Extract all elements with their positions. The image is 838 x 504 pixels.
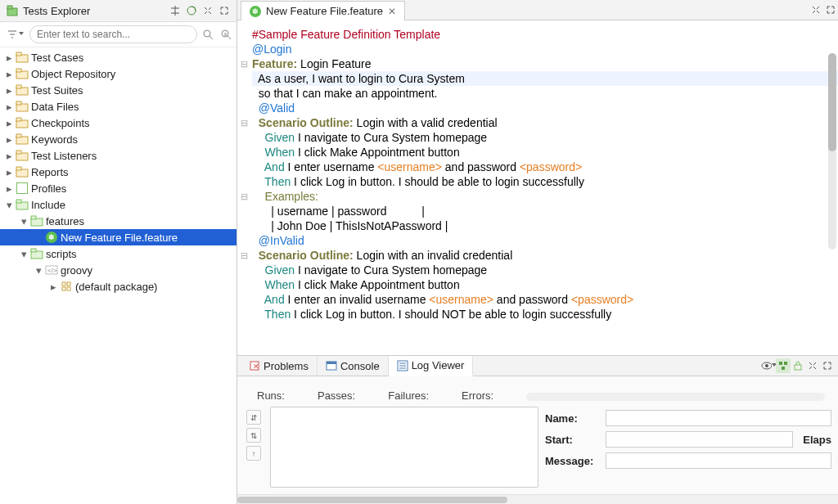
svg-rect-30 [62,282,65,286]
code-token: I enter username [285,160,378,173]
code-token: <username> [429,293,493,306]
code-token: Login Feature [297,57,371,70]
editor-minimize-icon[interactable] [809,2,823,17]
tree-node-profiles[interactable]: ▸Profiles [0,180,237,196]
code-token: I navigate to Cura System homepage [295,131,487,144]
search-icon[interactable] [200,27,215,42]
svg-rect-25 [31,216,36,219]
tree-node-keywords[interactable]: ▸Keywords [0,131,237,147]
code-line: @InValid [252,234,304,247]
code-editor[interactable]: #Sample Feature Definition Template @Log… [237,20,838,355]
progress-bar [526,393,825,401]
tree-node-test-listeners[interactable]: ▸Test Listeners [0,147,237,164]
svg-rect-9 [16,69,21,72]
code-token: I click Log in button. I should NOT be a… [291,308,611,321]
svg-rect-7 [16,52,21,56]
svg-text:</>: </> [47,267,57,274]
filter-dropdown[interactable] [3,29,26,40]
tests-explorer-tree: ▸Test Cases ▸Object Repository ▸Test Sui… [0,47,237,504]
minimize-icon[interactable] [200,3,215,18]
link-editor-icon[interactable] [184,3,199,18]
editor-scrollbar[interactable] [828,53,836,250]
input-name[interactable] [606,410,831,426]
svg-rect-44 [779,362,782,365]
tab-log-viewer[interactable]: Log Viewer [389,356,474,376]
search-row [0,22,237,47]
svg-rect-21 [16,167,21,170]
tree-node-features[interactable]: ▾features [0,213,237,229]
collapse-icon[interactable] [168,3,182,18]
tree-node-test-suites[interactable]: ▸Test Suites [0,82,237,98]
log-left-tools: ⇵ ⇅ ↑ [244,407,264,488]
tests-explorer-panel: Tests Explorer ▸Test Cases ▸Object Repos… [0,0,237,504]
expand-all-icon[interactable]: ⇵ [246,410,261,425]
code-token: <password> [520,160,582,173]
watch-icon[interactable] [761,358,776,373]
bottom-maximize-icon[interactable] [820,358,835,373]
svg-rect-45 [784,362,787,365]
log-list[interactable] [270,407,538,488]
code-token: <password> [571,293,633,306]
bottom-minimize-icon[interactable] [805,358,820,373]
tab-console[interactable]: Console [318,357,389,376]
input-start[interactable] [606,431,793,448]
svg-rect-23 [16,200,21,203]
tree-node-test-cases[interactable]: ▸Test Cases [0,49,237,65]
tree-node-feature-file[interactable]: ✽New Feature File.feature [0,229,237,245]
tree-node-checkpoints[interactable]: ▸Checkpoints [0,115,237,131]
svg-rect-33 [67,287,70,290]
lbl-name: Name: [545,412,601,425]
svg-point-3 [204,30,210,37]
svg-rect-11 [16,85,21,88]
input-message[interactable] [606,452,831,469]
code-line: | John Doe | ThisIsNotAPassword | [252,218,838,233]
code-token: and password [493,293,571,306]
search-input[interactable] [29,25,197,43]
tree-node-reports[interactable]: ▸Reports [0,164,237,180]
maximize-icon[interactable] [217,3,232,18]
svg-rect-46 [782,367,785,370]
svg-text:✕: ✕ [253,362,259,371]
prev-icon[interactable]: ↑ [246,446,261,461]
collapse-all-icon[interactable]: ⇅ [246,428,261,443]
log-body: ⇵ ⇅ ↑ Name: Start:Elaps Message: [237,407,838,494]
code-line: Examples: [252,190,318,203]
code-token: Given [252,131,295,144]
tree-node-data-files[interactable]: ▸Data Files [0,98,237,115]
close-tab-icon[interactable]: ✕ [388,6,396,17]
editor-tabbar: ✽ New Feature File.feature ✕ [237,0,838,20]
svg-rect-1 [7,6,12,9]
bottom-tabs: ✕Problems Console Log Viewer [237,356,838,376]
code-token: and password [442,160,520,173]
code-token: Scenario Outline: [252,116,354,129]
bottom-scrollbar[interactable] [237,494,838,504]
svg-point-43 [765,364,768,367]
lbl-start: Start: [545,434,601,446]
code-token: And [252,160,285,173]
svg-rect-13 [16,101,21,105]
tree-node-object-repository[interactable]: ▸Object Repository [0,65,237,82]
code-line: @Login [252,43,291,56]
tests-explorer-icon [5,3,20,18]
code-token: Then [252,175,291,188]
svg-rect-31 [67,282,70,286]
tab-problems[interactable]: ✕Problems [241,357,318,376]
tree-node-groovy[interactable]: ▾</>groovy [0,262,237,278]
editor-maximize-icon[interactable] [823,2,838,17]
lock-icon[interactable] [791,358,805,373]
log-stats-row: Runs: Passes: Failures: Errors: [237,376,838,407]
search-advanced-icon[interactable] [219,27,233,42]
code-line: As a user, I want to login to Cura Syste… [252,71,838,86]
stat-errors: Errors: [462,389,493,402]
svg-rect-27 [31,249,36,252]
tree-mode-icon[interactable] [776,358,791,373]
tree-node-include[interactable]: ▾Include [0,196,237,213]
code-token: I navigate to Cura System homepage [295,263,487,277]
tree-node-scripts[interactable]: ▾scripts [0,245,237,262]
tree-node-default-package[interactable]: ▸(default package) [0,278,237,295]
editor-tab[interactable]: ✽ New Feature File.feature ✕ [241,1,405,20]
code-line: #Sample Feature Definition Template [252,28,440,41]
stat-failures: Failures: [388,389,429,402]
svg-line-4 [210,36,213,39]
code-token: Feature: [252,57,297,70]
